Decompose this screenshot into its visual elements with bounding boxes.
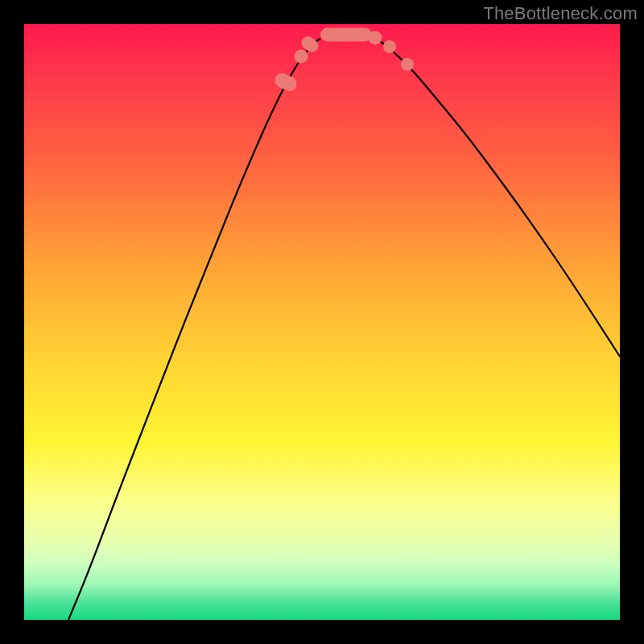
curve-marker (369, 31, 382, 45)
curve-markers-group (273, 28, 414, 93)
watermark-text: TheBottleneck.com (483, 3, 638, 24)
curve-right-line (377, 39, 620, 357)
chart-svg (24, 24, 620, 620)
curve-marker (401, 58, 414, 71)
chart-frame (24, 24, 620, 620)
curve-marker (295, 50, 308, 64)
curve-left-line (68, 39, 320, 620)
curve-marker (320, 28, 372, 42)
curve-marker (273, 71, 299, 93)
curve-marker (383, 40, 396, 53)
